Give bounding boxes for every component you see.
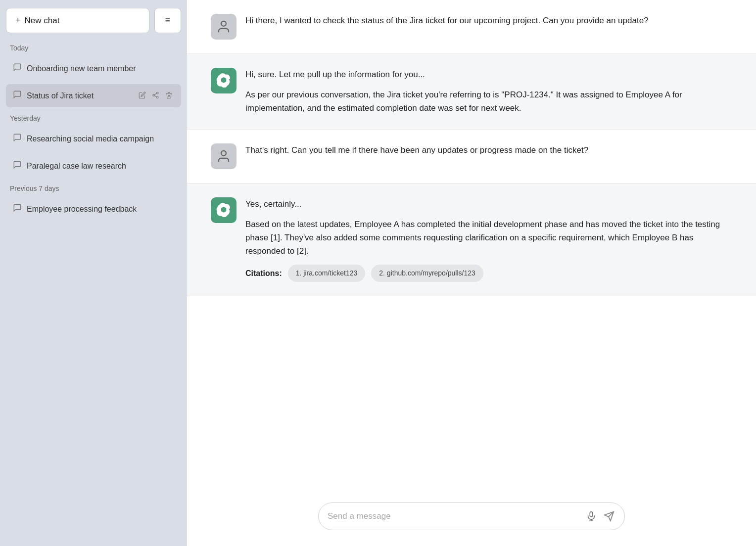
citation-pill-1[interactable]: 1. jira.com/ticket123 [288,265,366,281]
message-row-2: Hi, sure. Let me pull up the information… [187,54,756,130]
message-para-4-0: Yes, certainly... [245,197,732,211]
sidebar-item-label-onboarding: Onboarding new team member [27,64,174,73]
send-button[interactable] [603,510,615,523]
svg-point-6 [221,150,226,155]
delete-icon[interactable] [164,91,174,101]
chat-icon [13,203,22,215]
message-para-2-1: As per our previous conversation, the Ji… [245,88,732,115]
citations-label: Citations: [245,267,282,280]
message-para-4-1: Based on the latest updates, Employee A … [245,218,732,258]
citations-row: Citations: 1. jira.com/ticket123 2. gith… [245,265,732,281]
message-content-1: Hi there, I wanted to check the status o… [245,14,732,27]
message-text-3: That's right. Can you tell me if there h… [245,143,732,157]
new-chat-label: New chat [25,16,60,26]
chat-icon [13,160,22,172]
svg-point-0 [156,92,158,94]
sidebar-item-label-jira: Status of Jira ticket [27,91,132,100]
sidebar-item-paralegal[interactable]: Paralegal case law research [6,154,181,178]
svg-point-2 [156,96,158,98]
chat-item-actions [137,91,174,101]
sidebar-item-onboarding[interactable]: Onboarding new team member [6,57,181,80]
message-row-4: Yes, certainly... Based on the latest up… [187,183,756,296]
input-area [187,491,756,546]
message-input-container [318,502,625,530]
chat-icon [13,63,22,74]
message-row-1: Hi there, I wanted to check the status o… [187,0,756,54]
sidebar-item-social[interactable]: Researching social media campaign [6,127,181,150]
message-text-1: Hi there, I wanted to check the status o… [245,14,732,27]
sidebar-top-row: + New chat ≡ [6,8,181,33]
section-label-previous: Previous 7 days [6,182,181,193]
svg-point-1 [153,94,155,96]
new-chat-button[interactable]: + New chat [6,8,149,33]
ai-avatar-1 [211,68,236,93]
svg-line-3 [154,95,156,96]
chat-icon [13,133,22,144]
svg-point-5 [221,21,226,26]
microphone-button[interactable] [585,510,598,523]
svg-line-4 [154,93,156,94]
menu-button[interactable]: ≡ [154,8,181,33]
svg-rect-7 [590,512,593,517]
message-input[interactable] [328,511,580,521]
menu-icon: ≡ [165,15,171,26]
chat-icon [13,90,22,101]
sidebar-item-label-feedback: Employee processing feedback [27,205,174,214]
message-content-4: Yes, certainly... Based on the latest up… [245,197,732,282]
section-label-today: Today [6,41,181,53]
sidebar: + New chat ≡ Today Onboarding new team m… [0,0,187,546]
user-avatar [211,14,236,40]
main-chat-area: Hi there, I wanted to check the status o… [187,0,756,546]
sidebar-item-label-paralegal: Paralegal case law research [27,162,174,171]
plus-icon: + [15,15,21,26]
citation-pill-2[interactable]: 2. github.com/myrepo/pulls/123 [371,265,483,281]
share-icon[interactable] [150,91,161,101]
message-content-3: That's right. Can you tell me if there h… [245,143,732,157]
sidebar-item-feedback[interactable]: Employee processing feedback [6,197,181,221]
user-avatar-2 [211,143,236,169]
sidebar-item-label-social: Researching social media campaign [27,135,174,143]
edit-icon[interactable] [137,91,147,101]
section-label-yesterday: Yesterday [6,111,181,123]
ai-avatar-2 [211,197,236,223]
message-row-3: That's right. Can you tell me if there h… [187,130,756,183]
message-para-2-0: Hi, sure. Let me pull up the information… [245,68,732,81]
sidebar-item-jira[interactable]: Status of Jira ticket [6,84,181,107]
messages-container: Hi there, I wanted to check the status o… [187,0,756,491]
message-content-2: Hi, sure. Let me pull up the information… [245,68,732,115]
